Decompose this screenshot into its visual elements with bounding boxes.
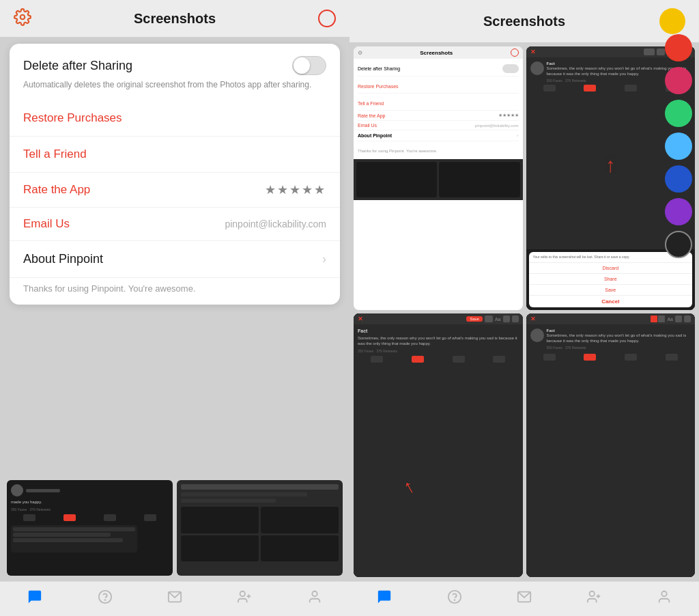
dark-swatch[interactable] xyxy=(665,231,692,258)
right-nav-mail-icon[interactable] xyxy=(516,589,532,605)
chevron-right-icon: › xyxy=(322,252,326,266)
email-address: pinpoint@lickability.com xyxy=(225,219,326,229)
nav-mail-icon[interactable] xyxy=(167,589,183,605)
red-swatch[interactable] xyxy=(665,34,692,61)
email-us-link[interactable]: Email Us xyxy=(23,217,70,231)
svg-point-4 xyxy=(240,591,245,596)
cancel-button[interactable]: Cancel xyxy=(529,296,693,307)
svg-point-0 xyxy=(20,15,25,20)
toggle-thumb xyxy=(294,57,310,74)
restore-purchases-row[interactable]: Restore Purchases xyxy=(10,100,340,137)
delete-sharing-row: Delete after Sharing xyxy=(10,44,340,75)
screenshot-tweet-left[interactable]: ✕ Save Aa Fact Sometimes, the only reaso… xyxy=(354,313,523,577)
about-description: Thanks for using Pinpoint. You're awesom… xyxy=(10,278,340,305)
purple-swatch[interactable] xyxy=(665,198,692,225)
tell-friend-row[interactable]: Tell a Friend xyxy=(10,137,340,173)
svg-point-7 xyxy=(312,591,317,596)
about-pinpoint-row[interactable]: About Pinpoint › xyxy=(10,241,340,278)
nav-chat-icon[interactable] xyxy=(27,589,43,605)
blue-swatch[interactable] xyxy=(665,132,692,160)
right-header: Screenshots xyxy=(350,0,699,42)
settings-card: Delete after Sharing Automatically delet… xyxy=(10,44,340,305)
screenshot-tweet-right[interactable]: ✕ Aa Fact xyxy=(526,313,696,577)
svg-point-14 xyxy=(661,591,666,596)
right-nav-question-icon[interactable] xyxy=(446,589,463,605)
record-icon[interactable] xyxy=(318,10,336,27)
left-panel: Screenshots Delete after Sharing Automat… xyxy=(0,0,350,616)
arrow-up-icon: ↑ xyxy=(605,154,616,177)
right-panel: Screenshots ⚙ Screenshots Delete after S… xyxy=(350,0,699,616)
about-label: About Pinpoint xyxy=(23,252,103,266)
save-button[interactable]: Save xyxy=(529,285,693,296)
pink-swatch[interactable] xyxy=(665,67,692,94)
delete-after-sharing-label: Delete after Sharing xyxy=(23,59,132,73)
left-title: Screenshots xyxy=(134,11,216,27)
thumbnail-grid: made you happy. 350 Faves 376 Retweets xyxy=(7,480,343,576)
restore-purchases-link[interactable]: Restore Purchases xyxy=(23,111,122,124)
svg-point-2 xyxy=(104,600,105,600)
svg-point-9 xyxy=(454,600,455,600)
delete-description: Automatically deletes the original scree… xyxy=(10,75,340,100)
svg-point-11 xyxy=(590,591,595,596)
mini-nav-tweet-left: ✕ Save Aa xyxy=(354,313,523,324)
right-title: Screenshots xyxy=(483,14,565,29)
screenshot-settings[interactable]: ⚙ Screenshots Delete after Sharing Resto… xyxy=(354,46,523,310)
nav-question-icon[interactable] xyxy=(97,589,113,605)
thumbnail-2[interactable] xyxy=(177,480,343,576)
left-bottom-nav xyxy=(0,581,350,616)
thumbnail-1[interactable]: made you happy. 350 Faves 376 Retweets xyxy=(7,480,173,576)
share-button[interactable]: Share xyxy=(529,274,693,285)
right-nav-person-icon[interactable] xyxy=(656,589,672,605)
color-swatches-panel xyxy=(665,34,692,258)
thumbnails-area: made you happy. 350 Faves 376 Retweets xyxy=(0,311,350,581)
mini-nav-tweet-right: ✕ Aa xyxy=(526,313,696,324)
mini-nav-settings: ⚙ Screenshots xyxy=(354,46,523,59)
right-screenshot-grid: ⚙ Screenshots Delete after Sharing Resto… xyxy=(350,42,699,581)
green-swatch[interactable] xyxy=(665,100,692,127)
dark-blue-swatch[interactable] xyxy=(665,165,692,193)
right-nav-add-user-icon[interactable] xyxy=(586,589,602,605)
delete-toggle[interactable] xyxy=(292,56,326,75)
nav-person-icon[interactable] xyxy=(306,589,323,605)
yellow-swatch[interactable] xyxy=(659,8,685,34)
right-bottom-nav xyxy=(350,581,699,616)
rate-app-row[interactable]: Rate the App ★★★★★ xyxy=(10,173,340,208)
discard-button[interactable]: Discard xyxy=(529,263,693,274)
right-nav-chat-icon[interactable] xyxy=(376,589,393,605)
gear-icon[interactable] xyxy=(14,8,31,29)
tell-friend-link[interactable]: Tell a Friend xyxy=(23,148,87,160)
left-header: Screenshots xyxy=(0,0,350,37)
email-us-row[interactable]: Email Us pinpoint@lickability.com xyxy=(10,208,340,241)
nav-add-user-icon[interactable] xyxy=(236,589,253,605)
star-rating: ★★★★★ xyxy=(265,182,326,197)
discard-modal: Your edits to this screenshot will be lo… xyxy=(526,249,696,310)
rate-app-link[interactable]: Rate the App xyxy=(23,183,90,197)
